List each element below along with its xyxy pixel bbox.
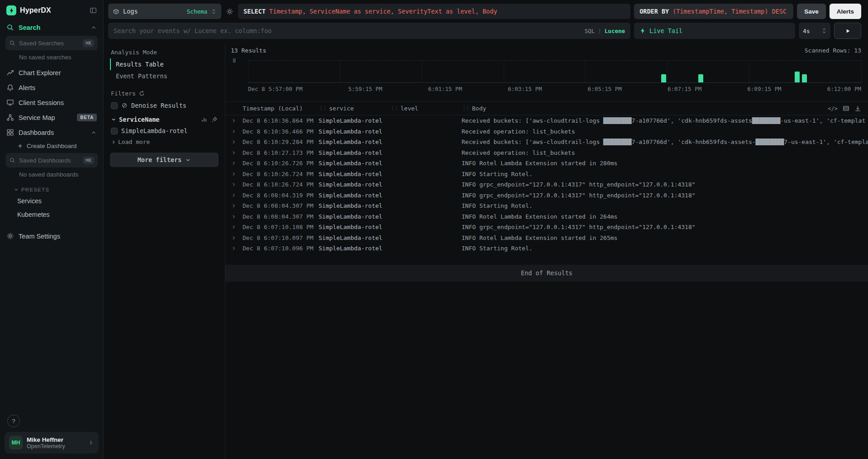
- query-settings-gear-icon[interactable]: [225, 8, 234, 15]
- expand-row-icon[interactable]: [231, 139, 243, 145]
- table-row[interactable]: Dec 8 6:07:10.097 PM SimpleLambda-rotel …: [225, 233, 868, 244]
- chevron-up-icon[interactable]: [91, 24, 97, 31]
- filter-option-checkbox[interactable]: [111, 128, 118, 134]
- sidebar-item-search[interactable]: Search: [0, 20, 103, 35]
- preset-item-services[interactable]: Services: [0, 194, 103, 208]
- drag-handle-icon[interactable]: ⋮⋮: [319, 105, 326, 111]
- mode-event-patterns[interactable]: Event Patterns: [110, 70, 225, 82]
- download-icon[interactable]: [854, 105, 861, 112]
- select-query-input[interactable]: SELECT Timestamp, ServiceName as service…: [238, 4, 630, 19]
- sidebar-item-alerts[interactable]: Alerts: [0, 80, 103, 95]
- expand-row-icon[interactable]: [231, 245, 243, 251]
- servicename-filter-group[interactable]: ServiceName: [104, 111, 225, 125]
- mode-results-table[interactable]: Results Table: [110, 58, 225, 70]
- column-header-service[interactable]: ⋮⋮ service: [319, 105, 390, 112]
- table-row[interactable]: Dec 8 6:10:36.864 PM SimpleLambda-rotel …: [225, 115, 868, 126]
- row-body: Received buckets: ['aws-cloudtrail-logs …: [462, 117, 868, 124]
- table-row[interactable]: Dec 8 6:08:04.307 PM SimpleLambda-rotel …: [225, 201, 868, 211]
- sidebar-item-chart-explorer[interactable]: Chart Explorer: [0, 65, 103, 80]
- expand-row-icon[interactable]: [231, 182, 243, 187]
- table-row[interactable]: Dec 8 6:07:10.096 PM SimpleLambda-rotel …: [225, 243, 868, 254]
- saved-dashboards-input[interactable]: Saved Dashboards ⌘K: [5, 153, 98, 167]
- user-menu[interactable]: MH Mike Heffner OpenTelemetry: [5, 432, 99, 454]
- drag-handle-icon[interactable]: ⋮⋮: [462, 105, 469, 111]
- expand-row-icon[interactable]: [231, 160, 243, 166]
- filter-option-simplelambda-rotel[interactable]: SimpleLambda-rotel: [104, 125, 225, 137]
- row-service: SimpleLambda-rotel: [319, 213, 390, 220]
- sidebar-item-label: Chart Explorer: [19, 69, 61, 76]
- expand-row-icon[interactable]: [231, 129, 243, 134]
- load-more-button[interactable]: Load more: [104, 137, 225, 147]
- histogram-bar[interactable]: [698, 74, 703, 82]
- code-view-icon[interactable]: </>: [828, 105, 838, 112]
- lucene-mode-toggle[interactable]: Lucene: [605, 28, 625, 34]
- column-header-body[interactable]: ⋮⋮ Body: [462, 105, 823, 112]
- results-table-header: Timestamp (Local) ⋮⋮ service ⋮⋮ level ⋮⋮: [225, 101, 868, 115]
- table-row[interactable]: Dec 8 6:07:10.108 PM SimpleLambda-rotel …: [225, 222, 868, 233]
- save-button[interactable]: Save: [797, 4, 826, 19]
- preset-item-kubernetes[interactable]: Kubernetes: [0, 208, 103, 221]
- table-row[interactable]: Dec 8 6:08:04.319 PM SimpleLambda-rotel …: [225, 190, 868, 201]
- refresh-interval-value: 4s: [803, 28, 810, 34]
- gridline: [422, 60, 422, 82]
- column-header-level[interactable]: ⋮⋮ level: [390, 105, 462, 112]
- saved-searches-input[interactable]: Saved Searches ⌘K: [5, 36, 98, 50]
- sidebar-item-service-map[interactable]: Service Map BETA: [0, 110, 103, 125]
- event-search-input[interactable]: [114, 27, 580, 34]
- histogram-bar[interactable]: [802, 74, 807, 82]
- sidebar-collapse-icon[interactable]: [90, 7, 97, 14]
- refresh-interval-select[interactable]: 4s: [799, 23, 830, 39]
- expand-row-icon[interactable]: [231, 203, 243, 209]
- source-select[interactable]: Logs Schema: [108, 4, 221, 19]
- histogram-bar[interactable]: [661, 74, 666, 82]
- drag-handle-icon[interactable]: ⋮⋮: [390, 105, 397, 111]
- table-row[interactable]: Dec 8 6:10:26.724 PM SimpleLambda-rotel …: [225, 179, 868, 190]
- sql-fields: Timestamp, ServiceName as service, Sever…: [269, 8, 497, 15]
- stepper-icons[interactable]: [822, 28, 826, 34]
- row-density-icon[interactable]: [843, 105, 849, 112]
- expand-row-icon[interactable]: [231, 214, 243, 220]
- help-button[interactable]: ?: [7, 415, 20, 427]
- alerts-button[interactable]: Alerts: [830, 4, 861, 19]
- sidebar-item-dashboards[interactable]: Dashboards: [0, 125, 103, 140]
- expand-row-icon[interactable]: [231, 150, 243, 156]
- refresh-icon[interactable]: [139, 91, 145, 96]
- column-header-label: Timestamp (Local): [243, 105, 303, 112]
- play-icon: [845, 28, 851, 34]
- table-row[interactable]: Dec 8 6:10:36.466 PM SimpleLambda-rotel …: [225, 126, 868, 137]
- more-filters-label: More filters: [138, 156, 182, 163]
- denoise-checkbox[interactable]: [111, 102, 118, 109]
- more-filters-button[interactable]: More filters: [110, 153, 219, 167]
- chevron-down-icon: [185, 157, 191, 163]
- expand-row-icon[interactable]: [231, 224, 243, 230]
- bar-chart-icon[interactable]: [201, 116, 207, 123]
- beta-badge: BETA: [77, 114, 97, 121]
- row-service: SimpleLambda-rotel: [319, 192, 390, 199]
- column-header-timestamp[interactable]: Timestamp (Local): [243, 105, 319, 112]
- filter-group-name: ServiceName: [119, 116, 159, 123]
- chevron-up-icon[interactable]: [91, 129, 97, 136]
- histogram-bar[interactable]: [795, 72, 800, 83]
- create-dashboard-button[interactable]: Create Dashboard: [0, 140, 103, 152]
- table-row[interactable]: Dec 8 6:08:04.307 PM SimpleLambda-rotel …: [225, 211, 868, 222]
- sidebar-item-client-sessions[interactable]: Client Sessions: [0, 95, 103, 110]
- expand-row-icon[interactable]: [231, 171, 243, 177]
- expand-row-icon[interactable]: [231, 192, 243, 198]
- row-body: INFO grpc_endpoint="127.0.0.1:4317" http…: [462, 192, 868, 199]
- live-tail-button[interactable]: Live Tail: [634, 23, 795, 39]
- presets-section-toggle[interactable]: PRESETS: [0, 182, 103, 194]
- table-row[interactable]: Dec 8 6:10:26.726 PM SimpleLambda-rotel …: [225, 158, 868, 169]
- run-query-button[interactable]: [834, 23, 861, 39]
- expand-row-icon[interactable]: [231, 118, 243, 124]
- order-by-input[interactable]: ORDER BY (TimestampTime, Timestamp) DESC: [634, 4, 793, 19]
- table-row[interactable]: Dec 8 6:10:27.173 PM SimpleLambda-rotel …: [225, 148, 868, 158]
- table-row[interactable]: Dec 8 6:10:26.724 PM SimpleLambda-rotel …: [225, 169, 868, 180]
- histogram-plot[interactable]: [248, 60, 861, 83]
- pin-icon[interactable]: [211, 116, 218, 123]
- schema-link[interactable]: Schema: [187, 8, 207, 15]
- sidebar-item-team-settings[interactable]: Team Settings: [0, 229, 103, 244]
- table-row[interactable]: Dec 8 6:10:29.284 PM SimpleLambda-rotel …: [225, 137, 868, 148]
- denoise-results-option[interactable]: Denoise Results: [104, 100, 225, 111]
- expand-row-icon[interactable]: [231, 235, 243, 241]
- sql-mode-toggle[interactable]: SQL: [585, 28, 595, 34]
